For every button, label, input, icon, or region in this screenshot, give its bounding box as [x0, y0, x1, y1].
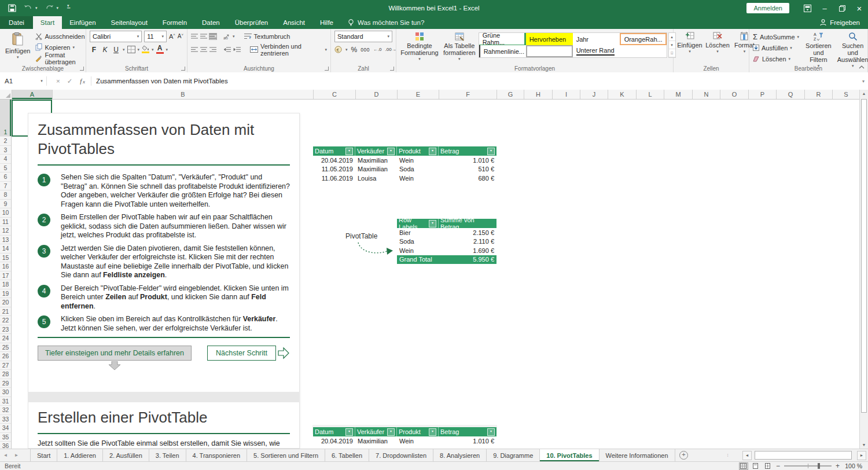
row-header-34[interactable]: 34: [0, 424, 11, 433]
align-middle-icon[interactable]: [200, 34, 207, 39]
table-cell[interactable]: Wein: [397, 436, 439, 446]
column-header-Q[interactable]: Q: [777, 90, 805, 99]
sheet-tab-weitere-informationen[interactable]: Weitere Informationen: [599, 449, 675, 461]
close-button[interactable]: ×: [851, 0, 868, 16]
column-header-G[interactable]: G: [497, 90, 524, 99]
number-dialog-launcher[interactable]: [390, 67, 394, 71]
scroll-down-icon[interactable]: ▼: [860, 443, 868, 447]
row-header-19[interactable]: 19: [0, 289, 11, 299]
sheet-tab-2-ausfüllen[interactable]: 2. Ausfüllen: [103, 449, 149, 461]
table-cell[interactable]: 20.04.2019: [313, 436, 355, 446]
sheet-canvas[interactable]: 1234567891011121314151617181920212223242…: [0, 100, 859, 449]
row-header-23[interactable]: 23: [0, 325, 11, 335]
row-header-13[interactable]: 13: [0, 236, 11, 245]
column-header-O[interactable]: O: [720, 90, 749, 99]
row-header-16[interactable]: 16: [0, 262, 11, 271]
table-cell[interactable]: Bier: [397, 228, 439, 237]
row-header-11[interactable]: 11: [0, 218, 11, 227]
minimize-button[interactable]: –: [816, 0, 833, 16]
new-sheet-button[interactable]: +: [675, 449, 693, 461]
align-bottom-icon[interactable]: [209, 34, 216, 39]
font-color-button[interactable]: A: [156, 45, 164, 54]
wrap-text-label[interactable]: Textumbruch: [254, 33, 290, 40]
filter-dropdown-icon[interactable]: ▾: [429, 428, 436, 436]
align-center-icon[interactable]: [200, 47, 207, 53]
row-header-12[interactable]: 12: [0, 226, 11, 236]
cell-style-chip[interactable]: [526, 45, 573, 57]
autosum-button[interactable]: Σ AutoSumme▾: [752, 31, 800, 42]
filter-dropdown-icon[interactable]: ▾: [429, 148, 436, 155]
row-header-18[interactable]: 18: [0, 280, 11, 289]
undo-icon[interactable]: [24, 5, 32, 12]
sheet-nav-right-icon[interactable]: ►: [11, 449, 22, 461]
row-header-2[interactable]: 2: [0, 137, 11, 146]
table-cell[interactable]: Wein: [397, 174, 439, 183]
increase-decimal-icon[interactable]: ←.0: [373, 47, 382, 52]
row-header-28[interactable]: 28: [0, 370, 11, 379]
grow-font-icon[interactable]: A˄: [169, 33, 175, 40]
column-header-S[interactable]: S: [833, 90, 860, 99]
percent-style-icon[interactable]: %: [351, 46, 358, 54]
column-header-I[interactable]: I: [553, 90, 580, 99]
ribbon-tab-überprüfen[interactable]: Überprüfen: [227, 16, 276, 29]
decrease-decimal-icon[interactable]: .00→: [385, 47, 396, 52]
table-header-datum[interactable]: Datum▾: [313, 146, 355, 156]
zoom-slider-thumb[interactable]: [818, 463, 820, 469]
table-cell[interactable]: Maximilian: [355, 156, 397, 165]
table-header-betrag[interactable]: Betrag▾: [439, 146, 496, 156]
table-row[interactable]: Bier2.150 €: [397, 228, 496, 237]
save-icon[interactable]: [8, 4, 16, 12]
zoom-level[interactable]: 100 %: [844, 462, 862, 469]
table-cell[interactable]: Wein: [397, 156, 439, 165]
next-step-button[interactable]: Nächster Schritt: [207, 346, 276, 361]
table-row[interactable]: 20.04.2019MaximilianWein1.010 €: [313, 156, 496, 165]
horizontal-scrollbar[interactable]: ◄ ►: [742, 449, 866, 461]
filter-dropdown-icon[interactable]: ▾: [487, 148, 495, 155]
sheet-tab-10-pivottables[interactable]: 10. PivotTables: [540, 449, 599, 461]
table-row[interactable]: 11.06.2019LouisaWein680 €: [313, 174, 496, 183]
fill-button[interactable]: Ausfüllen▾: [752, 42, 800, 53]
hscroll-right-icon[interactable]: ►: [857, 451, 866, 460]
filter-dropdown-icon[interactable]: ▾: [487, 428, 495, 436]
row-header-9[interactable]: 9: [0, 200, 11, 209]
sheet-tab-9-diagramme[interactable]: 9. Diagramme: [487, 449, 540, 461]
insert-cells-button[interactable]: Einfügen▾: [676, 31, 704, 54]
column-header-P[interactable]: P: [749, 90, 777, 99]
font-name-select[interactable]: Calibri▾: [90, 31, 142, 42]
row-header-24[interactable]: 24: [0, 334, 11, 343]
sheet-tab-8-analysieren[interactable]: 8. Analysieren: [433, 449, 487, 461]
merge-center-icon[interactable]: [250, 46, 258, 53]
filter-dropdown-icon[interactable]: ▾: [387, 428, 395, 436]
table-cell[interactable]: 20.04.2019: [313, 156, 355, 165]
table-row[interactable]: 11.05.2019MaximilianSoda510 €: [313, 165, 496, 174]
shrink-font-icon[interactable]: A˅: [178, 33, 183, 39]
normal-view-icon[interactable]: [740, 463, 748, 469]
ribbon-tab-einfügen[interactable]: Einfügen: [62, 16, 103, 29]
merge-center-label[interactable]: Verbinden und zentrieren: [260, 43, 322, 57]
column-header-C[interactable]: C: [314, 90, 356, 99]
filter-dropdown-icon[interactable]: ▾: [429, 220, 436, 227]
column-header-H[interactable]: H: [524, 90, 553, 99]
row-header-14[interactable]: 14: [0, 244, 11, 254]
row-header-26[interactable]: 26: [0, 352, 11, 361]
table-cell[interactable]: 5.950 €: [439, 255, 496, 265]
table-header-produkt[interactable]: Produkt▾: [397, 146, 439, 156]
row-header-8[interactable]: 8: [0, 190, 11, 200]
table-header-produkt[interactable]: Produkt▾: [397, 427, 439, 436]
tell-me-search[interactable]: Was möchten Sie tun?: [348, 16, 424, 29]
table-header-verkäufer[interactable]: Verkäufer▾: [355, 427, 397, 436]
cell-style-chip[interactable]: Grüne Rahm...: [479, 33, 526, 45]
cell-style-chip[interactable]: Unterer Rand: [573, 45, 620, 57]
clipboard-dialog-launcher[interactable]: [80, 67, 84, 71]
row-header-21[interactable]: 21: [0, 307, 11, 317]
cell-style-chip[interactable]: OrangeRah...: [620, 33, 667, 45]
grand-total-row[interactable]: Grand Total5.950 €: [397, 255, 496, 265]
table-header-datum[interactable]: Datum▾: [313, 427, 355, 436]
table-cell[interactable]: Grand Total: [397, 255, 439, 265]
table-cell[interactable]: Wein: [397, 246, 439, 255]
cut-button[interactable]: Ausschneiden: [34, 31, 86, 42]
row-header-35[interactable]: 35: [0, 433, 11, 442]
column-header-B[interactable]: B: [53, 90, 314, 99]
borders-icon[interactable]: [127, 46, 135, 53]
page-layout-view-icon[interactable]: [752, 463, 760, 469]
